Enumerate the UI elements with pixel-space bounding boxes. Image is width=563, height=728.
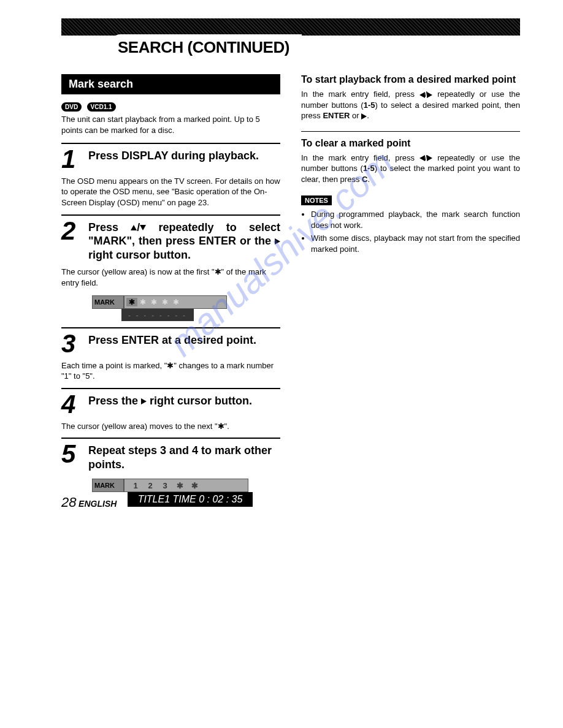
header-bar xyxy=(61,18,520,36)
text: right cursor button. xyxy=(147,395,252,407)
text: or xyxy=(350,111,361,120)
osd-slot: ✱ xyxy=(159,298,170,306)
page-title: SEARCH (CONTINUED) xyxy=(118,38,289,56)
left-icon xyxy=(419,155,425,161)
osd-slot: ✱ xyxy=(170,298,182,306)
step-number: 5 xyxy=(61,442,88,466)
page-language: ENGLISH xyxy=(79,499,117,509)
divider xyxy=(301,131,520,132)
up-icon xyxy=(131,225,137,230)
badge-vcd: VCD1.1 xyxy=(87,102,116,112)
text: . xyxy=(367,175,370,184)
text-bold: 1-5 xyxy=(364,100,375,110)
text: In the mark entry field, press xyxy=(301,89,419,99)
osd-label: MARK xyxy=(92,295,124,309)
osd-row: MARK 1 2 3 ✱ ✱ xyxy=(92,479,248,492)
intro-text: The unit can start playback from a marke… xyxy=(61,114,280,135)
left-icon xyxy=(419,92,425,98)
text-bold: ENTER xyxy=(323,111,350,120)
play-icon xyxy=(361,113,367,119)
step-number: 2 xyxy=(61,219,88,243)
subsection-heading: To clear a marked point xyxy=(301,138,520,149)
osd-title-time: TITLE1 TIME 0 : 02 : 35 xyxy=(128,492,253,507)
step-1-after: The OSD menu appears on the TV screen. F… xyxy=(61,176,280,208)
step-number: 4 xyxy=(61,393,88,416)
subsection-body: In the mark entry field, press / repeate… xyxy=(301,153,520,185)
osd-slot: 1 xyxy=(130,481,141,490)
step-2: 2 Press / repeatedly to select "MARK", t… xyxy=(61,214,280,262)
badge-dvd: DVD xyxy=(61,102,82,112)
text: right cursor button. xyxy=(88,249,191,261)
page-number: 28 xyxy=(61,495,76,510)
header-title-wrap: SEARCH (CONTINUED) xyxy=(112,34,302,61)
osd-slot: ✱ xyxy=(148,298,159,306)
step-1: 1 Press DISPLAY during playback. xyxy=(61,143,280,171)
step-heading: Repeat steps 3 and 4 to mark other point… xyxy=(88,442,280,471)
osd-field: 1 2 3 ✱ ✱ xyxy=(124,479,248,492)
text: Press the xyxy=(88,395,141,407)
text: Press xyxy=(88,221,131,233)
text-bold: C xyxy=(362,175,367,184)
osd-label: MARK xyxy=(92,479,124,492)
osd-slot: 2 xyxy=(145,481,156,490)
down-icon xyxy=(140,225,146,230)
osd-mark-field-initial: MARK ✱ ✱ ✱ ✱ ✱ - - - - - - - - xyxy=(92,295,227,321)
osd-sub-row: - - - - - - - - xyxy=(121,309,194,321)
header-tab xyxy=(61,18,113,36)
step-heading: Press ENTER at a desired point. xyxy=(88,332,280,347)
step-heading: Press / repeatedly to select "MARK", the… xyxy=(88,219,280,262)
step-5: 5 Repeat steps 3 and 4 to mark other poi… xyxy=(61,438,280,471)
step-3: 3 Press ENTER at a desired point. xyxy=(61,327,280,355)
text: In the mark entry field, press xyxy=(301,153,419,162)
osd-row: MARK ✱ ✱ ✱ ✱ ✱ xyxy=(92,295,227,309)
page-footer: 28 ENGLISH xyxy=(61,495,117,510)
text-bold: 1-5 xyxy=(363,164,375,173)
step-number: 3 xyxy=(61,332,88,355)
step-number: 1 xyxy=(61,148,88,171)
notes-list: During programmed playback, the mark sea… xyxy=(301,209,520,254)
osd-slot: 3 xyxy=(159,481,170,490)
notes-label: NOTES xyxy=(301,195,332,205)
left-column: Mark search DVD VCD1.1 The unit can star… xyxy=(61,74,280,509)
right-column: To start playback from a desired marked … xyxy=(301,74,520,509)
note-item: During programmed playback, the mark sea… xyxy=(311,209,520,230)
play-icon xyxy=(141,398,147,404)
step-4: 4 Press the right cursor button. xyxy=(61,388,280,416)
disc-badges: DVD VCD1.1 xyxy=(61,100,280,112)
osd-field: ✱ ✱ ✱ ✱ ✱ xyxy=(124,295,227,309)
step-heading: Press the right cursor button. xyxy=(88,393,280,408)
subsection-heading: To start playback from a desired marked … xyxy=(301,74,520,85)
step-2-after: The cursor (yellow area) is now at the f… xyxy=(61,267,280,288)
osd-slot: ✱ xyxy=(137,298,148,306)
step-3-after: Each time a point is marked, "✱" changes… xyxy=(61,360,280,382)
content-columns: Mark search DVD VCD1.1 The unit can star… xyxy=(61,74,520,509)
subsection-body: In the mark entry field, press / repeate… xyxy=(301,89,520,121)
step-4-after: The cursor (yellow area) moves to the ne… xyxy=(61,421,280,432)
text: . xyxy=(367,111,369,120)
step-heading: Press DISPLAY during playback. xyxy=(88,148,280,163)
play-icon xyxy=(275,238,280,245)
manual-page: manualshive.com SEARCH (CONTINUED) Mark … xyxy=(0,0,563,528)
note-item: With some discs, playback may not start … xyxy=(311,233,520,254)
osd-slot: ✱ xyxy=(174,481,185,490)
osd-active-slot: ✱ xyxy=(126,298,137,306)
osd-slot: ✱ xyxy=(189,481,200,490)
section-title-bar: Mark search xyxy=(61,74,280,94)
